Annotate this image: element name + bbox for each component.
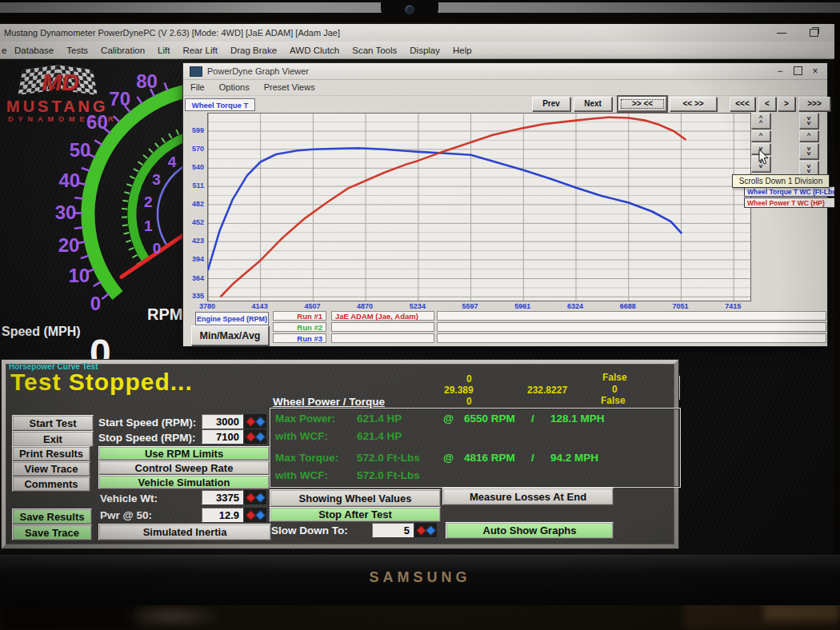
start-speed-input[interactable]: 3000 <box>202 414 243 429</box>
use-rpm-limits-toggle[interactable]: Use RPM Limits <box>98 446 270 461</box>
graph-menu-options[interactable]: Options <box>212 82 257 92</box>
nav-button-1[interactable]: Next <box>574 97 612 111</box>
stop-speed-spinner[interactable] <box>244 429 266 444</box>
speed-tick-number: 0 <box>90 293 101 315</box>
pwr50-label: Pwr @ 50: <box>100 509 152 521</box>
view-trace-button[interactable]: View Trace <box>12 461 90 476</box>
app-menu-clipped-item[interactable]: e <box>2 46 8 55</box>
slow-down-to-input[interactable]: 5 <box>372 523 414 537</box>
graph-window-titlebar[interactable]: PowerDyne Graph Viewer − × <box>183 63 827 80</box>
y-axis-channel-box[interactable]: Wheel Torque T <box>185 98 255 111</box>
auto-show-graphs-button[interactable]: Auto Show Graphs <box>446 522 614 539</box>
result-speed <box>550 469 638 481</box>
spinner-down-icon[interactable] <box>246 432 256 442</box>
scroll-right-button-0[interactable]: vv <box>799 113 818 129</box>
spinner-down-icon[interactable] <box>416 525 426 536</box>
slow-down-spinner[interactable] <box>414 523 437 537</box>
save-trace-button[interactable]: Save Trace <box>12 524 92 540</box>
app-menu-drag-brake[interactable]: Drag Brake <box>224 46 283 55</box>
showing-wheel-values-button[interactable]: Showing Wheel Values <box>270 489 441 507</box>
result-value: 621.4 HP <box>357 413 443 425</box>
nav-button-3[interactable]: << >> <box>670 97 717 111</box>
start-test-button[interactable]: Start Test <box>12 415 94 431</box>
y-tick-label: 570 <box>183 145 204 153</box>
graph-minimize-button[interactable]: − <box>771 64 789 78</box>
speed-mph-label: Speed (MPH) <box>2 325 81 339</box>
start-speed-spinner[interactable] <box>244 414 266 429</box>
legend-torque-label: Wheel Torque T WC (Ft-Lbs <box>747 188 834 196</box>
spinner-up-icon[interactable] <box>255 510 266 520</box>
app-menu-scan-tools[interactable]: Scan Tools <box>346 46 403 55</box>
app-menu-awd-clutch[interactable]: AWD Clutch <box>283 46 346 55</box>
graph-close-button[interactable]: × <box>806 64 824 78</box>
vehicle-wt-input[interactable]: 3375 <box>202 490 243 504</box>
x-axis-channel-combo[interactable]: Engine Speed (RPM) <box>195 312 269 325</box>
scroll-left-button-1[interactable]: ^ <box>751 130 770 142</box>
speed-tick-number: 80 <box>136 70 158 93</box>
x-tick-label: 7415 <box>719 302 746 310</box>
comments-button[interactable]: Comments <box>12 476 90 492</box>
spinner-up-icon[interactable] <box>426 525 436 536</box>
app-menu-help[interactable]: Help <box>446 46 478 55</box>
spinner-up-icon[interactable] <box>255 417 266 427</box>
run-label-3[interactable]: Run #3 <box>273 333 326 343</box>
run-name-3[interactable] <box>331 333 434 343</box>
nav-button-0[interactable]: Prev <box>532 97 570 111</box>
x-tick-label: 4870 <box>351 302 378 310</box>
debug-value: 0 <box>612 384 618 395</box>
app-menu-database[interactable]: Database <box>8 46 60 55</box>
result-rpm: 4816 RPM <box>464 452 531 464</box>
stop-after-test-button[interactable]: Stop After Test <box>270 507 441 522</box>
debug-value: False <box>602 372 627 383</box>
dyno-plot-area[interactable] <box>207 113 751 301</box>
nav-button-7[interactable]: >>> <box>798 97 830 111</box>
pwr50-spinner[interactable] <box>244 508 266 522</box>
app-menu-lift[interactable]: Lift <box>151 46 176 55</box>
nav-button-6[interactable]: > <box>778 97 795 111</box>
desk-object <box>764 603 840 620</box>
y-tick-label: 540 <box>183 163 204 171</box>
result-at <box>443 430 464 442</box>
exit-button[interactable]: Exit <box>12 431 94 447</box>
run-label-2[interactable]: Run #2 <box>273 322 326 332</box>
app-menu-calibration[interactable]: Calibration <box>94 46 151 55</box>
run-label-1[interactable]: Run #1 <box>273 311 326 321</box>
nav-button-2[interactable]: >> << <box>618 97 666 111</box>
graph-menu-file[interactable]: File <box>183 82 212 92</box>
control-sweep-rate-toggle[interactable]: Control Sweep Rate <box>98 461 270 475</box>
spinner-up-icon[interactable] <box>255 492 266 503</box>
result-slash <box>531 430 550 442</box>
spinner-down-icon[interactable] <box>246 510 256 520</box>
scroll-right-button-2[interactable]: vv <box>799 143 818 159</box>
vehicle-simulation-toggle[interactable]: Vehicle Simulation <box>98 475 270 489</box>
results-row: with WCF:621.4 HP <box>275 430 638 442</box>
app-restore-button[interactable] <box>805 26 822 40</box>
vehicle-wt-spinner[interactable] <box>244 490 266 504</box>
scroll-right-button-1[interactable]: ^ <box>799 130 818 142</box>
app-minimize-button[interactable]: — <box>773 26 790 40</box>
app-menu-display[interactable]: Display <box>403 46 446 55</box>
legend-power-entry[interactable]: Wheel Power T WC (HP) <box>744 197 834 208</box>
x-tick-label: 6324 <box>562 302 589 310</box>
run-name-2[interactable] <box>331 322 434 332</box>
scroll-left-button-0[interactable]: ^^ <box>751 113 770 129</box>
print-results-button[interactable]: Print Results <box>12 446 90 461</box>
run-name-1[interactable]: JaE ADAM (Jae, Adam) <box>331 311 434 321</box>
graph-menu-preset-views[interactable]: Preset Views <box>257 82 322 92</box>
nav-button-5[interactable]: < <box>758 97 776 111</box>
spinner-up-icon[interactable] <box>255 432 266 442</box>
measure-losses-button[interactable]: Measure Losses At End <box>442 488 614 505</box>
simulated-inertia-button[interactable]: Simulated Inertia <box>98 524 271 540</box>
nav-button-4[interactable]: <<< <box>730 97 755 111</box>
result-value: 621.4 HP <box>357 430 443 442</box>
pwr50-input[interactable]: 12.9 <box>202 508 243 522</box>
min-max-avg-button[interactable]: Min/Max/Avg <box>191 325 269 345</box>
stop-speed-input[interactable]: 7100 <box>202 429 243 444</box>
speed-tick-number: 10 <box>68 265 90 287</box>
app-menu-rear-lift[interactable]: Rear Lift <box>176 46 223 55</box>
spinner-down-icon[interactable] <box>246 417 256 427</box>
save-results-button[interactable]: Save Results <box>12 508 92 524</box>
graph-maximize-button[interactable] <box>789 64 806 78</box>
spinner-down-icon[interactable] <box>246 492 256 503</box>
app-menu-tests[interactable]: Tests <box>60 46 94 55</box>
